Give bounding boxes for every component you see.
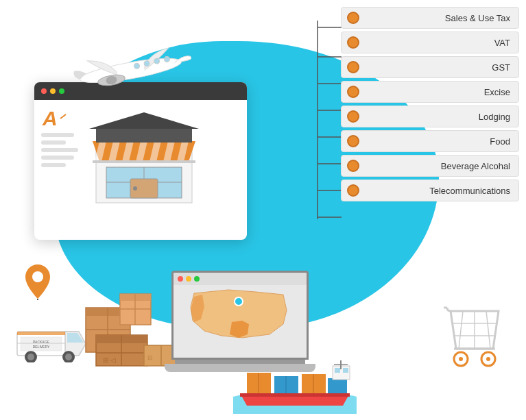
svg-point-79 (486, 357, 490, 361)
tax-item-label: GST (366, 62, 510, 73)
svg-rect-80 (240, 393, 350, 397)
svg-text:DELIVERY: DELIVERY (33, 345, 50, 349)
svg-rect-89 (335, 368, 340, 373)
svg-rect-64 (174, 273, 307, 285)
browser-line-1 (41, 133, 74, 137)
svg-rect-42 (21, 337, 62, 351)
tax-item-label: Beverage Alcohal (366, 161, 510, 171)
location-pin (24, 263, 51, 304)
browser-content: A (34, 100, 247, 219)
svg-point-65 (178, 276, 183, 282)
svg-point-66 (186, 276, 191, 282)
browser-main-content (89, 107, 240, 212)
svg-line-69 (459, 311, 463, 349)
brand-logo: A (41, 107, 69, 127)
browser-dot-yellow (50, 88, 56, 94)
svg-line-10 (60, 114, 66, 119)
svg-point-39 (27, 354, 34, 360)
svg-marker-27 (89, 112, 199, 129)
svg-rect-20 (93, 160, 195, 163)
svg-text:A: A (42, 107, 58, 129)
delivery-van: PACKAGE DELIVERY (14, 318, 89, 365)
svg-rect-90 (343, 368, 348, 373)
tax-item-gst: GST (341, 56, 519, 78)
svg-text:⊞ ◁: ⊞ ◁ (103, 356, 116, 364)
tax-item-label: VAT (366, 38, 510, 48)
tax-item-lodging: Lodging (341, 106, 519, 127)
tax-panel: Sales & Use Tax VAT GST Excise Lodging F… (341, 7, 519, 201)
tax-item-telecommunications: Telecommunications (341, 180, 519, 201)
svg-rect-46 (17, 332, 65, 335)
svg-text:⊟: ⊟ (147, 354, 153, 361)
tax-item-label: Excise (366, 87, 510, 97)
store-illustration (89, 107, 199, 210)
svg-point-67 (194, 276, 200, 282)
tax-item-vat: VAT (341, 32, 519, 53)
svg-point-35 (32, 271, 43, 282)
tax-item-sales-use-tax: Sales & Use Tax (341, 7, 519, 29)
svg-point-41 (65, 354, 72, 360)
svg-point-68 (235, 297, 243, 306)
browser-window: A (34, 82, 247, 240)
us-map-svg (174, 273, 307, 358)
tax-item-label: Lodging (366, 112, 510, 122)
laptop-base (165, 364, 315, 372)
svg-point-25 (133, 186, 137, 190)
tax-item-excise: Excise (341, 81, 519, 103)
laptop-illustration (165, 271, 315, 372)
delivery-van-svg: PACKAGE DELIVERY (14, 318, 89, 362)
tax-item-label: Food (366, 136, 510, 147)
tax-item-beverage-alcohol: Beverage Alcohal (341, 155, 519, 177)
location-pin-svg (24, 263, 51, 301)
svg-line-71 (486, 311, 490, 349)
browser-sidebar: A (41, 107, 82, 212)
laptop-screen (171, 271, 309, 360)
browser-line-2 (41, 140, 66, 145)
tax-item-food: Food (341, 130, 519, 152)
svg-point-78 (459, 357, 463, 361)
browser-dot-green (59, 88, 64, 94)
cart-svg (444, 304, 505, 380)
tax-item-label: Sales & Use Tax (366, 13, 510, 23)
browser-line-5 (41, 163, 66, 167)
tax-item-label: Telecommunications (366, 186, 510, 196)
browser-line-4 (41, 156, 74, 160)
browser-dot-red (41, 88, 47, 94)
browser-line-3 (41, 148, 78, 152)
browser-text-lines (41, 133, 82, 167)
svg-rect-84 (328, 378, 347, 393)
svg-rect-26 (96, 127, 192, 143)
shopping-cart-illustration (444, 304, 505, 382)
